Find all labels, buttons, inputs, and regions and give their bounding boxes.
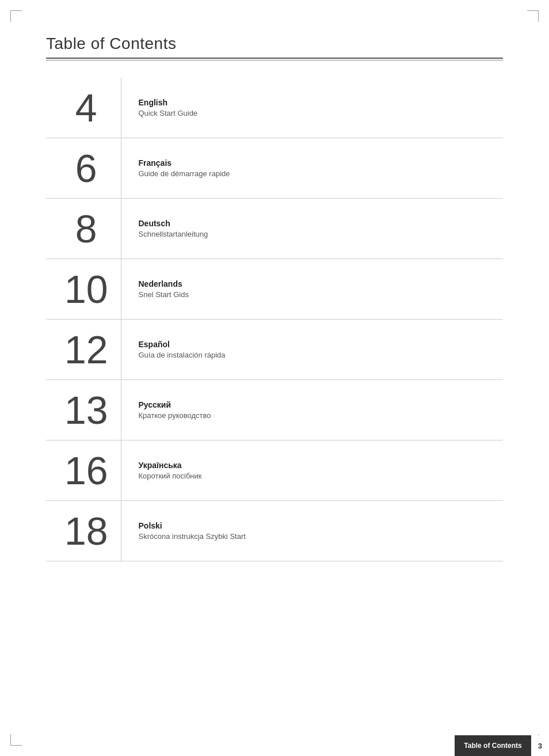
toc-subtitle: Schnellstartanleitung — [139, 230, 492, 238]
toc-text-cell: Українська Короткий посібник — [121, 440, 503, 501]
toc-subtitle: Guide de démarrage rapide — [139, 169, 492, 178]
toc-language: Polski — [139, 521, 492, 530]
page-title: Table of Contents — [46, 35, 503, 53]
toc-table: 4 English Quick Start Guide 6 Français G… — [46, 78, 503, 561]
toc-row: 10 Nederlands Snel Start Gids — [46, 259, 503, 320]
toc-row: 13 Русский Краткое руководство — [46, 380, 503, 440]
toc-language: Deutsch — [139, 219, 492, 228]
toc-row: 16 Українська Короткий посібник — [46, 440, 503, 501]
toc-text-cell: English Quick Start Guide — [121, 78, 503, 138]
toc-row: 8 Deutsch Schnellstartanleitung — [46, 199, 503, 259]
toc-subtitle: Guía de instalación rápida — [139, 351, 492, 359]
title-rule-thick — [46, 58, 503, 59]
toc-subtitle: Краткое руководство — [139, 411, 492, 420]
toc-row: 12 Español Guía de instalación rápida — [46, 320, 503, 380]
toc-number-cell: 6 — [46, 138, 121, 199]
toc-number-cell: 10 — [46, 259, 121, 320]
footer-label: Table of Contents — [455, 742, 531, 750]
toc-language: English — [139, 98, 492, 107]
toc-page-number: 16 — [64, 449, 108, 492]
toc-language: Español — [139, 340, 492, 349]
toc-subtitle: Skrócona instrukcja Szybki Start — [139, 532, 492, 541]
toc-row: 4 English Quick Start Guide — [46, 78, 503, 138]
toc-text-cell: Français Guide de démarrage rapide — [121, 138, 503, 199]
toc-subtitle: Короткий посібник — [139, 472, 492, 480]
toc-subtitle: Quick Start Guide — [139, 109, 492, 117]
toc-page-number: 4 — [75, 86, 97, 130]
toc-number-cell: 12 — [46, 320, 121, 380]
toc-number-cell: 16 — [46, 440, 121, 501]
footer-page-number: 3 — [531, 735, 549, 756]
toc-number-cell: 18 — [46, 501, 121, 561]
corner-mark-bottom-left — [10, 734, 22, 746]
toc-page-number: 10 — [64, 267, 108, 311]
toc-language: Русский — [139, 400, 492, 409]
toc-text-cell: Nederlands Snel Start Gids — [121, 259, 503, 320]
toc-number-cell: 13 — [46, 380, 121, 440]
footer-bar: Table of Contents 3 — [455, 735, 549, 756]
toc-page-number: 8 — [75, 207, 97, 250]
toc-language: Français — [139, 158, 492, 168]
toc-number-cell: 8 — [46, 199, 121, 259]
toc-language: Українська — [139, 461, 492, 470]
toc-number-cell: 4 — [46, 78, 121, 138]
toc-text-cell: Deutsch Schnellstartanleitung — [121, 199, 503, 259]
toc-page-number: 13 — [64, 388, 108, 432]
toc-text-cell: Español Guía de instalación rápida — [121, 320, 503, 380]
page-container: Table of Contents 4 English Quick Start … — [0, 0, 549, 756]
corner-mark-top-left — [10, 10, 22, 22]
toc-subtitle: Snel Start Gids — [139, 290, 492, 299]
title-rule-thin — [46, 60, 503, 60]
toc-page-number: 18 — [64, 509, 108, 553]
toc-page-number: 12 — [64, 328, 108, 371]
toc-page-number: 6 — [75, 146, 97, 190]
toc-text-cell: Русский Краткое руководство — [121, 380, 503, 440]
toc-language: Nederlands — [139, 279, 492, 288]
toc-row: 18 Polski Skrócona instrukcja Szybki Sta… — [46, 501, 503, 561]
corner-mark-top-right — [527, 10, 539, 22]
toc-text-cell: Polski Skrócona instrukcja Szybki Start — [121, 501, 503, 561]
toc-row: 6 Français Guide de démarrage rapide — [46, 138, 503, 199]
